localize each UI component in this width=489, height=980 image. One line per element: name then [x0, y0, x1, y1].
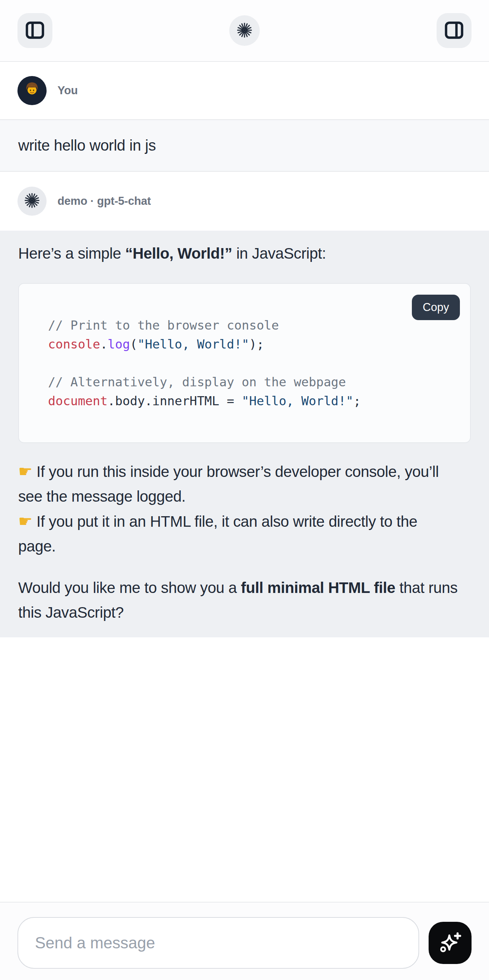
user-message-text: write hello world in js: [18, 137, 156, 154]
assistant-paragraph: Would you like me to show you a full min…: [18, 576, 471, 625]
top-bar: [0, 0, 489, 62]
starburst-icon: [24, 192, 40, 210]
code-line: // Alternatively, display on the webpage: [48, 372, 456, 391]
panel-left-icon: [25, 21, 45, 40]
assistant-intro-text: Here’s a simple “Hello, World!” in JavaS…: [18, 242, 471, 266]
code-line: document.body.innerHTML = "Hello, World!…: [48, 391, 456, 410]
pointing-hand-emoji: ☛: [18, 512, 32, 530]
panel-right-icon: [444, 21, 464, 40]
assistant-paragraph: ☛ If you run this inside your browser’s …: [18, 459, 471, 559]
code-content: // Print to the browser consoleconsole.l…: [19, 284, 470, 442]
assistant-turn: demo · gpt-5-chat Here’s a simple “Hello…: [0, 172, 489, 637]
send-button[interactable]: [428, 922, 471, 964]
sparkle-icon: [438, 931, 462, 956]
code-line: [48, 353, 456, 372]
assistant-avatar: [18, 187, 46, 216]
user-avatar: [18, 76, 46, 105]
user-turn: You write hello world in js: [0, 62, 489, 172]
code-line: console.log("Hello, World!");: [48, 335, 456, 353]
model-button[interactable]: [229, 15, 260, 46]
user-message: write hello world in js: [0, 119, 489, 172]
assistant-author-label: demo · gpt-5-chat: [57, 195, 151, 208]
copy-button[interactable]: Copy: [412, 295, 460, 320]
sidebar-toggle-button[interactable]: [18, 13, 53, 48]
starburst-icon: [236, 22, 253, 40]
message-input[interactable]: [18, 917, 419, 969]
chat-scroll-area[interactable]: You write hello world in js: [0, 62, 489, 637]
code-block: Copy // Print to the browser consolecons…: [18, 283, 471, 443]
composer-bar: [0, 902, 489, 980]
user-author-label: You: [57, 84, 78, 97]
person-emoji-icon: [22, 80, 41, 101]
code-line: // Print to the browser console: [48, 316, 456, 335]
pointing-hand-emoji: ☛: [18, 462, 32, 480]
right-panel-toggle-button[interactable]: [436, 13, 471, 48]
assistant-message: Here’s a simple “Hello, World!” in JavaS…: [0, 231, 489, 637]
